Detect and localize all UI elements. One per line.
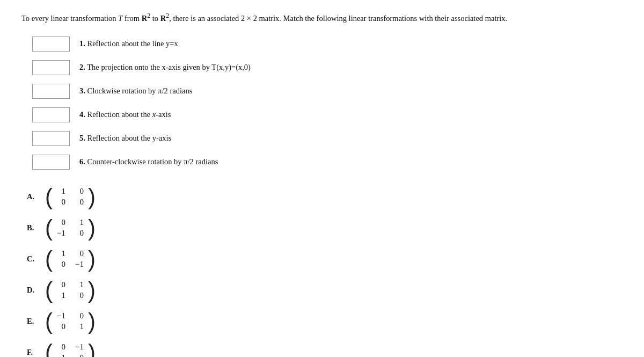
cell-B-11: 0 <box>75 229 84 238</box>
cell-B-00: 0 <box>57 218 65 227</box>
answer-label-B: B. <box>27 223 42 232</box>
cell-E-00: −1 <box>57 311 65 320</box>
question-text-2: 2. The projection onto the x-axis given … <box>79 62 251 72</box>
answer-input-4[interactable] <box>32 107 70 122</box>
answer-row-C: C. ( 1 0 0 −1 ) <box>27 248 623 271</box>
left-paren-F: ( <box>45 341 53 357</box>
R2-to: R2 <box>160 14 170 23</box>
cell-C-00: 1 <box>57 249 65 258</box>
matrix-content-D: 0 1 1 0 <box>53 279 88 301</box>
cell-B-01: 1 <box>75 218 84 227</box>
question-text-3: 3. Clockwise rotation by π/2 radians <box>79 85 192 96</box>
cell-A-11: 0 <box>75 198 84 207</box>
header-text: To every linear transformation T from R2… <box>21 11 623 25</box>
cell-F-11: 0 <box>75 353 84 357</box>
question-row-3: 3. Clockwise rotation by π/2 radians <box>32 84 623 99</box>
question-text-4: 4. Reflection about the x-axis <box>79 109 171 120</box>
left-paren-C: ( <box>45 248 53 271</box>
left-paren-E: ( <box>45 310 53 333</box>
left-paren-B: ( <box>45 217 53 239</box>
answer-input-6[interactable] <box>32 155 70 170</box>
matrix-content-A: 1 0 0 0 <box>53 186 88 208</box>
left-paren-A: ( <box>45 186 53 208</box>
matrix-content-B: 0 1 −1 0 <box>53 217 88 239</box>
answer-input-5[interactable] <box>32 131 70 146</box>
cell-F-10: 1 <box>57 353 65 357</box>
right-paren-A: ) <box>88 186 96 208</box>
answer-input-3[interactable] <box>32 84 70 99</box>
cell-A-10: 0 <box>57 198 65 207</box>
answer-label-E: E. <box>27 317 42 326</box>
question-text-5: 5. Reflection about the y-axis <box>79 133 171 143</box>
answer-label-D: D. <box>27 286 42 295</box>
questions-section: 1. Reflection about the line y=x 2. The … <box>32 37 623 170</box>
matrix-D: ( 0 1 1 0 ) <box>45 279 96 302</box>
question-text-1: 1. Reflection about the line y=x <box>79 38 178 49</box>
left-paren-D: ( <box>45 279 53 302</box>
cell-F-00: 0 <box>57 343 65 352</box>
matrix-C: ( 1 0 0 −1 ) <box>45 248 96 271</box>
right-paren-F: ) <box>88 341 96 357</box>
answer-row-D: D. ( 0 1 1 0 ) <box>27 279 623 302</box>
cell-D-01: 1 <box>75 280 84 289</box>
cell-D-11: 0 <box>75 291 84 300</box>
right-paren-B: ) <box>88 217 96 239</box>
answers-section: A. ( 1 0 0 0 ) B. ( 0 1 −1 0 ) C. <box>27 186 623 357</box>
T-symbol: T <box>118 14 122 23</box>
R2-from: R2 <box>142 14 151 23</box>
answer-row-A: A. ( 1 0 0 0 ) <box>27 186 623 208</box>
question-row-4: 4. Reflection about the x-axis <box>32 107 623 122</box>
cell-C-10: 0 <box>57 260 65 269</box>
cell-D-00: 0 <box>57 280 65 289</box>
question-row-5: 5. Reflection about the y-axis <box>32 131 623 146</box>
answer-label-C: C. <box>27 254 42 264</box>
right-paren-C: ) <box>88 248 96 271</box>
matrix-A: ( 1 0 0 0 ) <box>45 186 96 208</box>
cell-E-10: 0 <box>57 322 65 331</box>
answer-input-1[interactable] <box>32 37 70 52</box>
answer-label-F: F. <box>27 348 42 357</box>
cell-E-01: 0 <box>75 311 84 320</box>
right-paren-D: ) <box>88 279 96 302</box>
matrix-content-C: 1 0 0 −1 <box>53 248 88 270</box>
cell-D-10: 1 <box>57 291 65 300</box>
question-text-6: 6. Counter-clockwise rotation by π/2 rad… <box>79 156 218 167</box>
cell-F-01: −1 <box>75 343 84 352</box>
answer-row-E: E. ( −1 0 0 1 ) <box>27 310 623 333</box>
matrix-content-E: −1 0 0 1 <box>53 310 88 332</box>
right-paren-E: ) <box>88 310 96 333</box>
answer-row-B: B. ( 0 1 −1 0 ) <box>27 217 623 239</box>
cell-B-10: −1 <box>57 229 65 238</box>
answer-label-A: A. <box>27 192 42 201</box>
answer-row-F: F. ( 0 −1 1 0 ) <box>27 341 623 357</box>
answer-input-2[interactable] <box>32 60 70 75</box>
cell-C-01: 0 <box>75 249 84 258</box>
cell-C-11: −1 <box>75 260 84 269</box>
cell-A-01: 0 <box>75 187 84 196</box>
question-row-6: 6. Counter-clockwise rotation by π/2 rad… <box>32 155 623 170</box>
question-row-2: 2. The projection onto the x-axis given … <box>32 60 623 75</box>
matrix-content-F: 0 −1 1 0 <box>53 341 88 357</box>
cell-E-11: 1 <box>75 322 84 331</box>
question-row-1: 1. Reflection about the line y=x <box>32 37 623 52</box>
matrix-B: ( 0 1 −1 0 ) <box>45 217 96 239</box>
matrix-F: ( 0 −1 1 0 ) <box>45 341 96 357</box>
cell-A-00: 1 <box>57 187 65 196</box>
matrix-E: ( −1 0 0 1 ) <box>45 310 96 333</box>
